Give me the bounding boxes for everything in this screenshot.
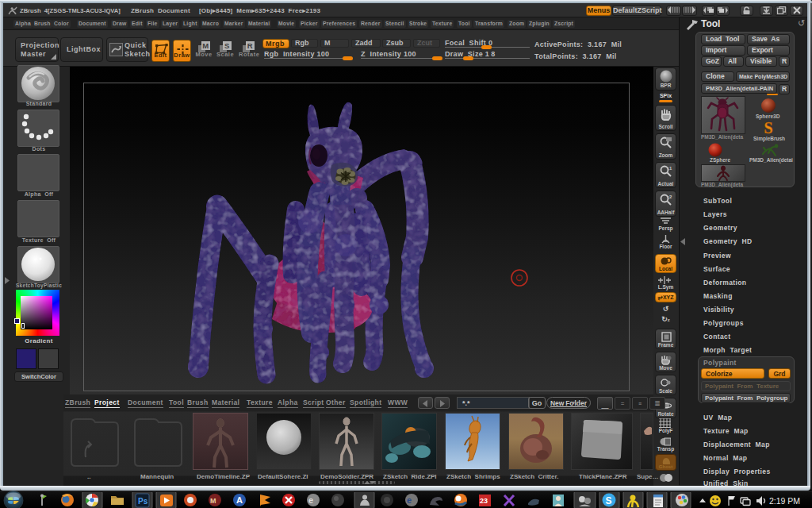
svg-text:M: M [210,497,216,505]
svg-text:R: R [247,41,253,50]
svg-text:S: S [606,495,612,506]
svg-text:S: S [224,41,230,50]
svg-text:S: S [764,121,772,137]
svg-text:Ps: Ps [138,497,148,506]
svg-text:A: A [236,495,243,505]
svg-text:23: 23 [480,497,488,505]
svg-text::2: :2 [668,194,672,199]
svg-text:M: M [202,41,209,50]
svg-text:e: e [407,495,412,505]
svg-text::1: :1 [668,166,672,171]
svg-text:e: e [308,495,313,505]
